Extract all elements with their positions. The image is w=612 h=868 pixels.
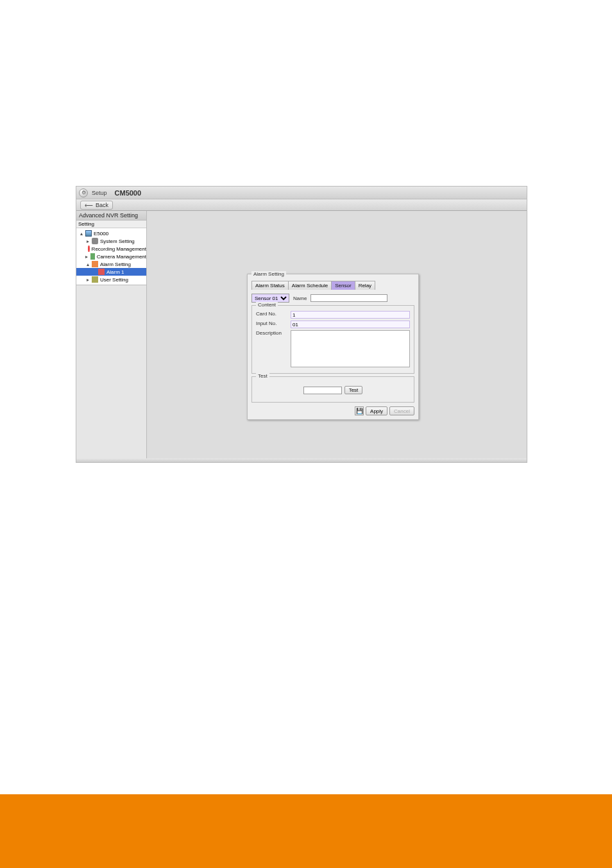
sidebar-panel-title: Setting bbox=[76, 221, 146, 228]
tree-item-label: User Setting bbox=[100, 277, 128, 283]
record-icon bbox=[88, 246, 89, 252]
tree-item-label: Camera Management bbox=[97, 254, 146, 260]
sidebar: Advanced NVR Setting Setting ▴ E5000 ▸ S… bbox=[76, 211, 147, 458]
card-no-field bbox=[291, 311, 410, 319]
product-name: CM5000 bbox=[115, 189, 142, 197]
tree-item-label: System Setting bbox=[100, 238, 135, 244]
expander-icon[interactable]: ▸ bbox=[85, 254, 89, 260]
test-row: Test bbox=[256, 382, 410, 398]
expander-icon[interactable]: ▴ bbox=[79, 231, 83, 237]
description-label: Description bbox=[256, 330, 287, 336]
nav-tree: ▴ E5000 ▸ System Setting Recording Manag… bbox=[76, 228, 146, 285]
tree-item-label: Alarm Setting bbox=[100, 262, 131, 267]
tree-item-label: Alarm 1 bbox=[106, 269, 124, 275]
alarm-panel-body: Alarm Status Alarm Schedule Sensor Relay… bbox=[248, 274, 418, 419]
expander-icon[interactable]: ▸ bbox=[85, 277, 90, 283]
input-no-label: Input No. bbox=[256, 321, 287, 326]
card-no-label: Card No. bbox=[256, 311, 287, 317]
alarm-panel-title: Alarm Setting bbox=[251, 271, 286, 277]
card-no-row: Card No. bbox=[256, 311, 410, 319]
expander-icon[interactable]: ▸ bbox=[85, 238, 90, 244]
save-icon-button[interactable]: 💾 bbox=[355, 406, 364, 415]
tree-recording-management[interactable]: Recording Management bbox=[76, 245, 146, 253]
apply-button[interactable]: Apply bbox=[366, 406, 387, 415]
tree-root[interactable]: ▴ E5000 bbox=[76, 230, 146, 237]
input-no-row: Input No. bbox=[256, 321, 410, 328]
test-group: Test Test bbox=[251, 376, 414, 403]
content-row: Advanced NVR Setting Setting ▴ E5000 ▸ S… bbox=[76, 211, 527, 458]
description-row: Description bbox=[256, 330, 410, 367]
tree-alarm-setting[interactable]: ▴ Alarm Setting bbox=[76, 260, 146, 268]
tree-camera-management[interactable]: ▸ Camera Management bbox=[76, 253, 146, 260]
sensor-select[interactable]: Sensor 01 bbox=[251, 294, 289, 303]
app-window: ⚙ Setup CM5000 ⟵ Back Advanced NVR Setti… bbox=[76, 186, 527, 463]
name-input[interactable] bbox=[310, 294, 387, 302]
main-area: Alarm Setting Alarm Status Alarm Schedul… bbox=[147, 211, 527, 458]
expander-icon[interactable]: ▴ bbox=[85, 262, 90, 267]
sidebar-header: Advanced NVR Setting bbox=[76, 211, 146, 221]
content-group: Content Card No. Input No. Description bbox=[251, 305, 414, 374]
computer-icon bbox=[85, 230, 92, 237]
alarm-tabs: Alarm Status Alarm Schedule Sensor Relay bbox=[251, 281, 414, 290]
back-button[interactable]: ⟵ Back bbox=[80, 201, 113, 210]
cancel-button[interactable]: Cancel bbox=[389, 406, 414, 415]
tree-system-setting[interactable]: ▸ System Setting bbox=[76, 237, 146, 245]
bottom-buttons: 💾 Apply Cancel bbox=[251, 403, 414, 415]
back-arrow-icon: ⟵ bbox=[85, 202, 93, 208]
toolbar: ⟵ Back bbox=[76, 199, 527, 211]
test-input[interactable] bbox=[303, 387, 342, 394]
tab-alarm-schedule[interactable]: Alarm Schedule bbox=[289, 281, 332, 290]
name-label: Name bbox=[293, 296, 307, 301]
test-button[interactable]: Test bbox=[344, 386, 363, 394]
tree-root-label: E5000 bbox=[94, 231, 108, 237]
tab-relay[interactable]: Relay bbox=[355, 281, 375, 290]
description-textarea[interactable] bbox=[291, 330, 410, 367]
user-icon bbox=[92, 276, 98, 283]
window-footer bbox=[76, 458, 527, 462]
tree-item-label: Recording Management bbox=[92, 246, 146, 252]
content-group-title: Content bbox=[256, 302, 278, 308]
setup-label: Setup bbox=[92, 190, 107, 196]
page-footer bbox=[0, 794, 612, 868]
titlebar: ⚙ Setup CM5000 bbox=[76, 187, 527, 199]
input-no-field bbox=[291, 321, 410, 328]
camera-icon bbox=[90, 253, 95, 260]
alarm-setting-panel: Alarm Setting Alarm Status Alarm Schedul… bbox=[247, 274, 419, 420]
gear-icon bbox=[92, 238, 98, 244]
test-group-title: Test bbox=[256, 373, 269, 379]
save-icon: 💾 bbox=[356, 408, 363, 414]
alarm-child-icon bbox=[98, 269, 105, 275]
back-label: Back bbox=[96, 202, 108, 208]
alarm-icon bbox=[92, 261, 98, 267]
sidebar-panel: Setting ▴ E5000 ▸ System Setting bbox=[76, 221, 146, 285]
tab-sensor[interactable]: Sensor bbox=[332, 281, 355, 290]
tab-alarm-status[interactable]: Alarm Status bbox=[251, 281, 289, 290]
tree-alarm-1[interactable]: Alarm 1 bbox=[76, 268, 146, 276]
setup-icon[interactable]: ⚙ bbox=[79, 188, 88, 197]
tree-user-setting[interactable]: ▸ User Setting bbox=[76, 276, 146, 283]
sensor-name-row: Sensor 01 Name bbox=[251, 294, 414, 303]
